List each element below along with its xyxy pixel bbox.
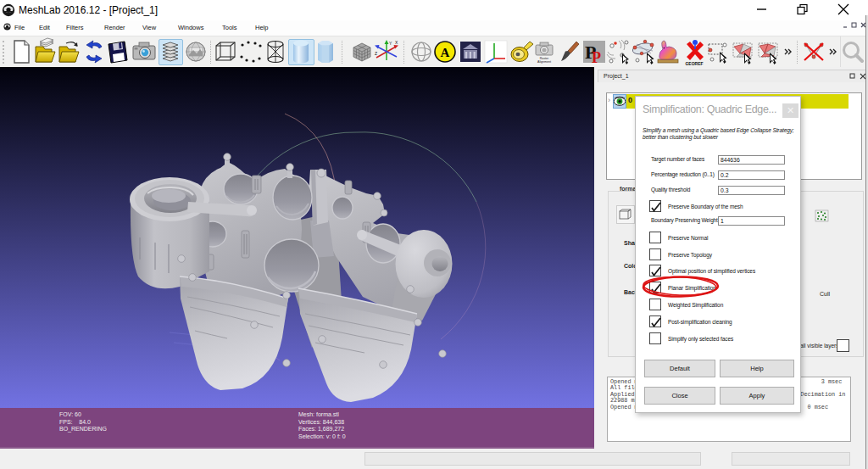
svg-text:P: P (592, 49, 601, 66)
svg-text:Z: Z (375, 51, 377, 56)
svg-text:Y: Y (389, 41, 392, 46)
svg-text:Alignment: Alignment (537, 60, 551, 64)
svg-text:A: A (441, 46, 450, 59)
svg-text:X: X (395, 40, 398, 45)
svg-text:GEOREF: GEOREF (685, 61, 703, 66)
